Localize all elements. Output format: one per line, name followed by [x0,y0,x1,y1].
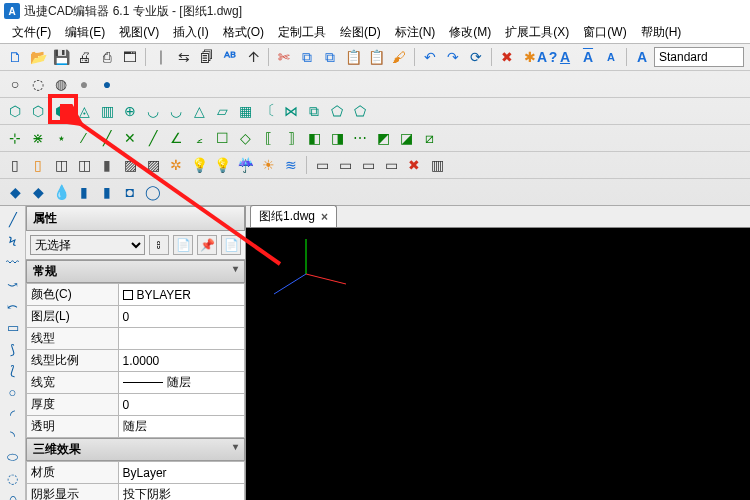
node-icon[interactable]: ⁄ [73,127,95,149]
line-icon[interactable]: ╱ [3,210,23,230]
dish-icon[interactable]: ◡ [142,100,164,122]
text-A-icon[interactable]: A [531,46,553,68]
new-icon[interactable]: 🗋 [4,46,26,68]
solid-a-icon[interactable]: ◆ [4,181,26,203]
print-icon[interactable]: 🖨 [73,46,95,68]
polyface-right-icon[interactable]: ⬠ [349,100,371,122]
pin-icon[interactable]: 📌 [197,235,217,255]
sheet-icon[interactable]: 📄 [221,235,241,255]
snap-more-icon[interactable]: ⋯ [349,127,371,149]
filter-icon[interactable]: ⩉ [149,235,169,255]
undo-icon[interactable]: ↶ [419,46,441,68]
divider-icon[interactable]: ｜ [150,46,172,68]
quadrant-icon[interactable]: ╱ [96,127,118,149]
hatch-b-icon[interactable]: ▨ [142,154,164,176]
print-batch-icon[interactable]: ⎙ [96,46,118,68]
cut-icon[interactable]: ✄ [273,46,295,68]
wave-icon[interactable]: ≋ [280,154,302,176]
redo-icon[interactable]: ↷ [442,46,464,68]
view-a-icon[interactable]: ▭ [311,154,333,176]
polyline-icon[interactable]: Ϟ [3,232,23,252]
circle-tool-icon[interactable]: ○ [3,383,23,403]
person-icon[interactable]: 𐌣 [242,46,264,68]
menu-modify[interactable]: 修改(M) [443,22,497,43]
sphere-blue-icon[interactable]: ● [96,73,118,95]
arc-a-icon[interactable]: ⤻ [3,275,23,295]
document-tab[interactable]: 图纸1.dwg × [250,205,337,227]
prop-transparency-value[interactable]: 随层 [118,416,244,438]
view-b-icon[interactable]: ▭ [334,154,356,176]
mline-icon[interactable]: 〰 [3,253,23,273]
layer-a-icon[interactable]: ▯ [4,154,26,176]
text-A-overline-icon[interactable]: A [577,46,599,68]
menu-help[interactable]: 帮助(H) [635,22,688,43]
inset-icon[interactable]: ◘ [119,181,141,203]
layer-dark-icon[interactable]: ▮ [96,154,118,176]
match-prop-icon[interactable]: 🖌 [388,46,410,68]
mesh-icon[interactable]: ▦ [234,100,256,122]
menu-window[interactable]: 窗口(W) [577,22,632,43]
clipboard-icon[interactable]: 📋 [365,46,387,68]
gear-icon[interactable]: ✲ [165,154,187,176]
wedge-icon[interactable]: ⬡ [27,100,49,122]
cyl-a-icon[interactable]: ▮ [73,181,95,203]
menu-annotate[interactable]: 标注(N) [389,22,442,43]
prop-thickness-value[interactable]: 0 [118,394,244,416]
text-A-underline-icon[interactable]: A [554,46,576,68]
extension-icon[interactable]: ╱ [142,127,164,149]
torus-icon[interactable]: ◯ [142,181,164,203]
circle-outline-icon[interactable]: ○ [4,73,26,95]
donut-tool-icon[interactable]: ◌ [3,469,23,489]
circle-filled-icon[interactable]: ◍ [50,73,72,95]
box-icon[interactable]: ⬡ [4,100,26,122]
sphere-wire-icon[interactable]: ⊕ [119,100,141,122]
section-general[interactable]: 常规 [26,260,245,283]
refresh-icon[interactable]: ⟳ [465,46,487,68]
menu-file[interactable]: 文件(F) [6,22,57,43]
paste-copy-icon[interactable]: ⧉ [319,46,341,68]
menu-extend-tools[interactable]: 扩展工具(X) [499,22,575,43]
sphere-gray-icon[interactable]: ● [73,73,95,95]
arc-b-icon[interactable]: ⤺ [3,296,23,316]
endpoint-icon[interactable]: ⊹ [4,127,26,149]
copy-doc-icon[interactable]: 🗐 [196,46,218,68]
bulb-gray-icon[interactable]: 💡 [211,154,233,176]
menu-custom-tools[interactable]: 定制工具 [272,22,332,43]
folder-icon[interactable]: ▥ [426,154,448,176]
plane-icon[interactable]: ▱ [211,100,233,122]
circle-3pt-icon[interactable]: ◌ [27,73,49,95]
paste-icon[interactable]: 📋 [342,46,364,68]
drawing-viewport[interactable] [246,228,750,500]
parallel-icon[interactable]: ⟦ [257,127,279,149]
ruled-icon[interactable]: ⋈ [280,100,302,122]
midpoint-icon[interactable]: ⋇ [27,127,49,149]
half-b-icon[interactable]: ◨ [326,127,348,149]
menu-format[interactable]: 格式(O) [217,22,270,43]
abc-icon[interactable]: ᴬᴮ [219,46,241,68]
import-export-icon[interactable]: ⇆ [173,46,195,68]
prop-linetype-value[interactable] [118,328,244,350]
view-d-icon[interactable]: ▭ [380,154,402,176]
paste-prop-icon[interactable]: 📄 [173,235,193,255]
view-c-icon[interactable]: ▭ [357,154,379,176]
arc-c-icon[interactable]: ◜ [3,404,23,424]
prop-layer-value[interactable]: 0 [118,306,244,328]
style-select[interactable] [654,47,744,67]
revolve-icon[interactable]: 〔 [257,100,279,122]
drop-icon[interactable]: 💧 [50,181,72,203]
text-A-sub-icon[interactable]: A [600,46,622,68]
spline-a-icon[interactable]: ⟆ [3,340,23,360]
rectangle-icon[interactable]: ▭ [3,318,23,338]
ellipse-arc-icon[interactable]: ⬯ [3,491,23,500]
cone-icon[interactable]: ◬ [73,100,95,122]
cube-icon[interactable]: ⬢ [50,100,72,122]
split-b-icon[interactable]: ◫ [73,154,95,176]
arc-d-icon[interactable]: ◝ [3,426,23,446]
prop-shadow-value[interactable]: 投下阴影 [118,484,244,501]
weather-icon[interactable]: ☔ [234,154,256,176]
nearest-icon[interactable]: ☐ [211,127,233,149]
half-a-icon[interactable]: ◧ [303,127,325,149]
tangent-icon[interactable]: ⦟ [188,127,210,149]
delete-view-icon[interactable]: ✖ [403,154,425,176]
from-icon[interactable]: ⟧ [280,127,302,149]
